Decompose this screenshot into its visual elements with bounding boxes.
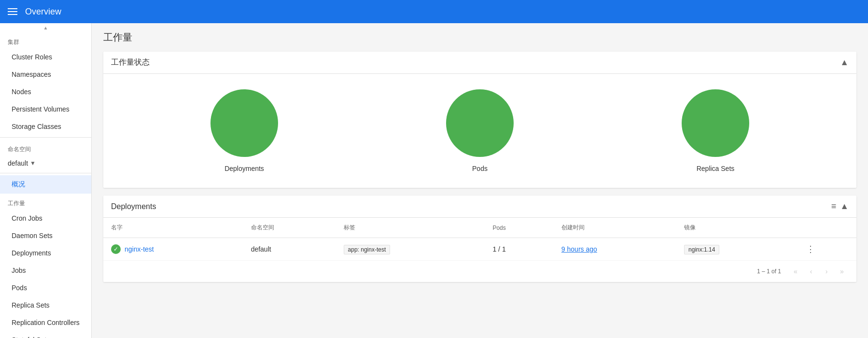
sidebar-item-daemon-sets[interactable]: Daemon Sets [0, 227, 91, 244]
col-header-image: 镜像 [676, 218, 798, 238]
sidebar-item-overview[interactable]: 概况 [0, 175, 91, 194]
filter-icon[interactable]: ≡ [831, 201, 837, 211]
col-header-namespace: 命名空间 [243, 218, 336, 238]
deployments-circle-label: Deployments [224, 165, 264, 172]
topbar-title: Overview [25, 7, 61, 17]
sidebar-item-pods[interactable]: Pods [0, 279, 91, 296]
sidebar-item-namespaces[interactable]: Namespaces [0, 66, 91, 83]
page-title: 工作量 [103, 31, 856, 44]
card-header-actions: ▲ [840, 57, 849, 68]
deployments-collapse-icon[interactable]: ▲ [840, 201, 849, 211]
prev-page-button[interactable]: ‹ [804, 265, 818, 278]
replica-sets-label: Replica Sets [12, 301, 50, 309]
storage-classes-label: Storage Classes [12, 123, 61, 130]
deployments-label: Deployments [12, 249, 51, 257]
replica-sets-circle [682, 89, 749, 157]
daemon-sets-label: Daemon Sets [12, 232, 53, 239]
col-header-created: 创建时间 [554, 218, 676, 238]
namespaces-label: Namespaces [12, 70, 51, 78]
deployments-table-body: ✓ nginx-test default app: nginx-test 1 /… [103, 238, 856, 261]
deployments-header-actions: ≡ ▲ [831, 201, 849, 211]
col-header-name: 名字 [103, 218, 243, 238]
replication-controllers-label: Replication Controllers [12, 319, 80, 326]
workloads-section-label: 工作量 [0, 194, 91, 210]
first-page-button[interactable]: « [789, 265, 802, 278]
namespace-arrow-icon: ▼ [30, 160, 36, 167]
table-row: ✓ nginx-test default app: nginx-test 1 /… [103, 238, 856, 261]
next-page-button[interactable]: › [820, 265, 833, 278]
workload-status-card-header: 工作量状态 ▲ [103, 52, 856, 74]
status-name-container: ✓ nginx-test [111, 244, 236, 254]
deployments-card: Deployments ≡ ▲ 名字 命名空间 标签 Pods 创建时间 [103, 196, 856, 282]
col-header-pods: Pods [485, 218, 553, 238]
stateful-sets-label: Stateful Sets [12, 336, 50, 338]
table-header-row: 名字 命名空间 标签 Pods 创建时间 镜像 [103, 218, 856, 238]
last-page-button[interactable]: » [835, 265, 849, 278]
sidebar-item-replica-sets[interactable]: Replica Sets [0, 296, 91, 314]
cluster-roles-label: Cluster Roles [12, 53, 52, 61]
status-circles-container: Deployments Pods Replica Sets [103, 74, 856, 188]
pods-circle [446, 89, 514, 157]
sidebar-item-deployments[interactable]: Deployments [0, 244, 91, 262]
table-footer: 1 – 1 of 1 « ‹ › » [103, 261, 856, 282]
pagination-controls: « ‹ › » [789, 265, 849, 278]
row-more-icon[interactable]: ⋮ [806, 244, 815, 254]
deployments-table: 名字 命名空间 标签 Pods 创建时间 镜像 [103, 218, 856, 261]
sidebar-item-replication-controllers[interactable]: Replication Controllers [0, 314, 91, 331]
sidebar-item-cron-jobs[interactable]: Cron Jobs [0, 210, 91, 227]
row-actions-cell: ⋮ [798, 238, 856, 261]
sidebar: ▲ 集群 Cluster Roles Namespaces Nodes Pers… [0, 23, 92, 338]
namespace-section-label: 命名空间 [0, 140, 91, 155]
col-header-actions [798, 218, 856, 238]
row-labels-cell: app: nginx-test [336, 238, 485, 261]
workload-status-title: 工作量状态 [111, 57, 150, 68]
workload-status-card: 工作量状态 ▲ Deployments Pods Replica Sets [103, 52, 856, 188]
pods-status-item: Pods [446, 89, 514, 172]
topbar: Overview [0, 0, 868, 23]
persistent-volumes-label: Persistent Volumes [12, 105, 70, 113]
row-image-cell: nginx:1.14 [676, 238, 798, 261]
main-layout: ▲ 集群 Cluster Roles Namespaces Nodes Pers… [0, 23, 868, 338]
status-ok-icon: ✓ [111, 244, 121, 254]
row-namespace-cell: default [243, 238, 336, 261]
content-area: 工作量 工作量状态 ▲ Deployments Pods [92, 23, 868, 338]
replica-sets-circle-label: Replica Sets [697, 165, 735, 172]
cluster-section-label: 集群 [0, 32, 91, 48]
deployments-table-container: 名字 命名空间 标签 Pods 创建时间 镜像 [103, 218, 856, 261]
sidebar-item-cluster-roles[interactable]: Cluster Roles [0, 48, 91, 66]
scroll-up-indicator: ▲ [0, 23, 91, 32]
jobs-label: Jobs [12, 267, 26, 274]
row-name-cell: ✓ nginx-test [103, 238, 243, 261]
namespace-selector[interactable]: default ▼ [0, 155, 91, 171]
row-created-cell: 9 hours ago [554, 238, 676, 261]
col-header-labels: 标签 [336, 218, 485, 238]
row-pods-cell: 1 / 1 [485, 238, 553, 261]
cron-jobs-label: Cron Jobs [12, 214, 42, 222]
namespace-value: default [8, 159, 28, 167]
replica-sets-status-item: Replica Sets [682, 89, 749, 172]
collapse-icon[interactable]: ▲ [840, 57, 849, 68]
sidebar-item-persistent-volumes[interactable]: Persistent Volumes [0, 100, 91, 118]
image-badge: nginx:1.14 [684, 245, 719, 254]
sidebar-divider-1 [0, 137, 91, 138]
nodes-label: Nodes [12, 88, 31, 96]
pagination-info: 1 – 1 of 1 [757, 268, 781, 275]
overview-label: 概况 [12, 180, 25, 189]
sidebar-item-jobs[interactable]: Jobs [0, 262, 91, 279]
sidebar-divider-2 [0, 173, 91, 173]
deployments-circle [210, 89, 278, 157]
deployments-table-head: 名字 命名空间 标签 Pods 创建时间 镜像 [103, 218, 856, 238]
deployment-name-link[interactable]: nginx-test [125, 245, 154, 253]
deployments-status-item: Deployments [210, 89, 278, 172]
created-time-link[interactable]: 9 hours ago [561, 245, 597, 253]
sidebar-item-storage-classes[interactable]: Storage Classes [0, 118, 91, 135]
sidebar-item-stateful-sets[interactable]: Stateful Sets [0, 331, 91, 338]
pods-label: Pods [12, 284, 27, 292]
menu-icon[interactable] [8, 8, 17, 15]
deployments-card-title: Deployments [111, 202, 156, 211]
label-badge: app: nginx-test [344, 245, 391, 254]
sidebar-item-nodes[interactable]: Nodes [0, 83, 91, 100]
deployments-card-header: Deployments ≡ ▲ [103, 196, 856, 218]
pods-circle-label: Pods [472, 165, 488, 172]
